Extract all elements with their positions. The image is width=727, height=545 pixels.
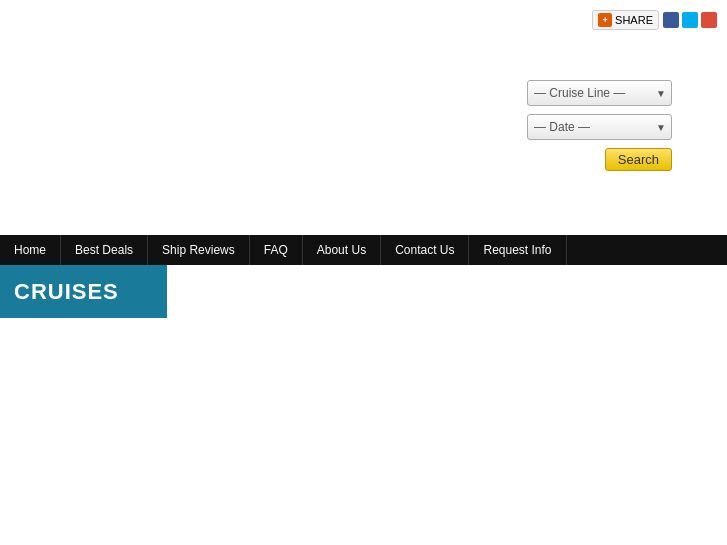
- nav-contact-us[interactable]: Contact Us: [381, 235, 469, 265]
- facebook-icon[interactable]: [663, 12, 679, 28]
- social-icons: [663, 12, 717, 28]
- share-bar: + SHARE: [592, 10, 717, 30]
- cruises-title: CRUISES: [14, 279, 119, 305]
- nav-home[interactable]: Home: [0, 235, 61, 265]
- nav-ship-reviews[interactable]: Ship Reviews: [148, 235, 250, 265]
- nav-about-us[interactable]: About Us: [303, 235, 381, 265]
- nav-faq[interactable]: FAQ: [250, 235, 303, 265]
- share-button[interactable]: + SHARE: [592, 10, 659, 30]
- share-icon: +: [598, 13, 612, 27]
- nav-bar: Home Best Deals Ship Reviews FAQ About U…: [0, 235, 727, 265]
- cruises-header: CRUISES: [0, 265, 167, 318]
- nav-request-info[interactable]: Request Info: [469, 235, 566, 265]
- cruise-line-select[interactable]: — Cruise Line — Carnival Royal Caribbean…: [527, 80, 672, 106]
- search-button[interactable]: Search: [605, 148, 672, 171]
- google-icon[interactable]: [701, 12, 717, 28]
- cruise-line-wrapper: — Cruise Line — Carnival Royal Caribbean…: [527, 80, 672, 106]
- search-area: — Cruise Line — Carnival Royal Caribbean…: [527, 80, 672, 171]
- share-label: SHARE: [615, 14, 653, 26]
- date-wrapper: — Date — January February March April Ma…: [527, 114, 672, 140]
- twitter-icon[interactable]: [682, 12, 698, 28]
- nav-best-deals[interactable]: Best Deals: [61, 235, 148, 265]
- date-select[interactable]: — Date — January February March April Ma…: [527, 114, 672, 140]
